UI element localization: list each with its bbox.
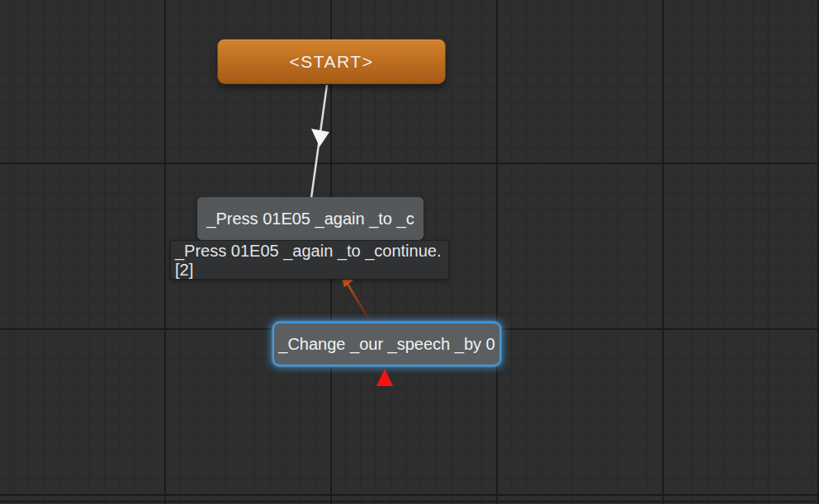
link-change-to-press[interactable] <box>341 276 370 321</box>
node-press-title: _Press 01E05 _again _to _c <box>206 210 414 228</box>
node-start-label: <START> <box>290 52 374 72</box>
node-press-caption-line2: [2] <box>175 261 444 280</box>
graph-canvas[interactable]: <START> _Press 01E05 _again _to _c _Pres… <box>0 0 819 504</box>
node-press-caption-line1: _Press 01E05 _again _to _continue. <box>175 242 444 261</box>
incoming-link-arrow-icon[interactable] <box>376 369 393 386</box>
link-start-to-press-line[interactable] <box>311 85 327 198</box>
node-press[interactable]: _Press 01E05 _again _to _c <box>197 197 424 240</box>
node-press-caption: _Press 01E05 _again _to _continue. [2] <box>170 240 449 280</box>
link-direction-arrow-icon <box>311 129 329 147</box>
node-start[interactable]: <START> <box>217 39 446 84</box>
link-start-to-press[interactable] <box>311 85 329 198</box>
node-change-title: _Change _our _speech _by 0 <box>278 335 495 354</box>
node-change-selected[interactable]: _Change _our _speech _by 0 <box>272 322 501 366</box>
link-change-to-press-line[interactable] <box>346 281 370 321</box>
